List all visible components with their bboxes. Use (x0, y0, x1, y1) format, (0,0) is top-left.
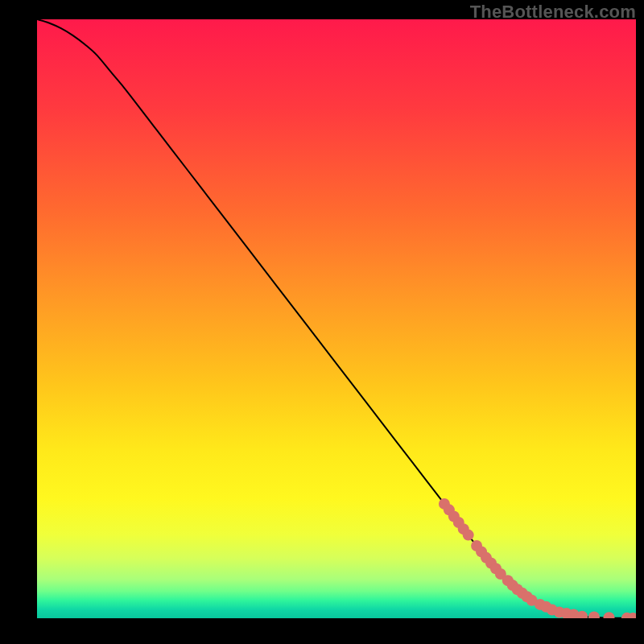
plot-background (37, 19, 636, 618)
plot-svg (37, 19, 636, 618)
watermark-text: TheBottleneck.com (470, 2, 636, 23)
data-marker (463, 530, 474, 541)
chart-stage: TheBottleneck.com (0, 0, 644, 644)
plot-frame (37, 19, 636, 618)
